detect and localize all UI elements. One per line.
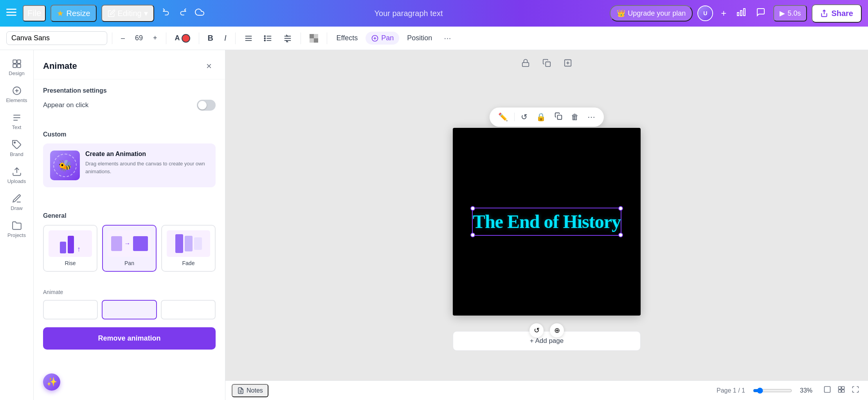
svg-rect-31 <box>522 63 529 66</box>
sidebar-item-projects[interactable]: Projects <box>1 217 32 242</box>
mini-card-2[interactable] <box>102 300 157 319</box>
sidebar-item-draw[interactable]: Draw <box>1 190 32 215</box>
canvas-toolbar <box>518 50 575 78</box>
fade-preview <box>167 230 210 257</box>
create-animation-card[interactable]: 🐝 Create an Animation Drag elements arou… <box>43 143 216 187</box>
create-animation-desc: Drag elements around the canvas to creat… <box>85 160 209 175</box>
edit-float-button[interactable]: ✏️ <box>496 111 510 123</box>
fullscreen-button[interactable] <box>849 383 862 398</box>
animation-thumbnail: 🐝 <box>50 151 80 180</box>
animation-fade-card[interactable]: Fade <box>161 225 216 272</box>
svg-rect-41 <box>842 387 845 389</box>
cloud-save-icon[interactable] <box>192 4 207 22</box>
duplicate-float-button[interactable] <box>552 111 565 124</box>
zoom-slider[interactable] <box>753 387 792 394</box>
bullet-list-button[interactable] <box>260 32 276 45</box>
lock-float-button[interactable]: 🔒 <box>534 111 548 123</box>
rise-label: Rise <box>65 260 76 266</box>
left-sidebar: Design Elements Text Brand Uploads Draw … <box>0 50 34 400</box>
svg-rect-27 <box>17 64 21 68</box>
sidebar-item-uploads[interactable]: Uploads <box>1 163 32 188</box>
pan-animation-button[interactable]: Pan <box>366 32 399 45</box>
font-family-selector[interactable] <box>6 31 107 45</box>
position-button[interactable]: Position <box>402 32 437 45</box>
rotate-float-button[interactable]: ↺ <box>519 111 530 123</box>
font-size-increase-button[interactable]: + <box>149 32 161 45</box>
text-align-button[interactable] <box>240 32 257 45</box>
mini-card-1[interactable] <box>43 300 98 319</box>
single-view-button[interactable] <box>821 383 834 398</box>
zoom-percentage: 33% <box>800 387 816 394</box>
user-avatar[interactable]: U <box>697 5 713 21</box>
redo-button[interactable] <box>175 4 190 22</box>
bold-button[interactable]: B <box>204 31 217 45</box>
magic-icon: ✨ <box>47 377 57 387</box>
svg-rect-42 <box>839 390 841 393</box>
appear-on-click-toggle[interactable] <box>197 100 216 111</box>
svg-rect-39 <box>825 387 830 393</box>
sidebar-uploads-label: Uploads <box>7 178 26 184</box>
slide-canvas[interactable]: ✏️ ↺ 🔒 🗑 ⋯ <box>453 128 641 316</box>
add-collaborator-button[interactable]: + <box>718 5 729 22</box>
text-color-button[interactable]: A <box>171 32 194 45</box>
svg-rect-0 <box>6 9 16 10</box>
effects-button[interactable]: Effects <box>332 32 363 45</box>
grid-view-button[interactable] <box>835 383 848 398</box>
notes-button[interactable]: Notes <box>232 384 268 397</box>
editing-mode-button[interactable]: Editing ▾ <box>101 5 154 22</box>
animation-rise-card[interactable]: ↑ Rise <box>43 225 97 272</box>
animation-pan-card[interactable]: → Pan <box>102 225 157 272</box>
handle-top-left <box>470 206 475 211</box>
analytics-button[interactable] <box>734 5 748 22</box>
move-handle[interactable]: ⊕ <box>550 323 564 337</box>
sidebar-item-elements[interactable]: Elements <box>1 82 32 107</box>
text-color-icon: A <box>175 34 180 42</box>
rise-bar-2 <box>68 236 74 253</box>
general-section: General ↑ Rise <box>34 204 225 289</box>
magic-button[interactable]: ✨ <box>43 373 60 391</box>
float-separator <box>514 113 515 121</box>
rotate-handle[interactable]: ↺ <box>529 323 544 337</box>
copy-canvas-button[interactable] <box>539 56 554 73</box>
sidebar-item-brand[interactable]: Brand <box>1 136 32 161</box>
delete-float-button[interactable]: 🗑 <box>569 111 581 123</box>
color-indicator <box>182 34 190 43</box>
svg-rect-5 <box>737 13 739 16</box>
pan-box-main <box>133 236 148 251</box>
sidebar-item-design[interactable]: Design <box>1 55 32 80</box>
view-buttons <box>821 383 862 398</box>
notes-label: Notes <box>247 387 263 394</box>
sidebar-item-text[interactable]: Text <box>1 109 32 134</box>
svg-rect-22 <box>310 38 314 43</box>
sidebar-design-label: Design <box>9 70 24 76</box>
upgrade-plan-button[interactable]: 👑 Upgrade your plan <box>610 5 693 22</box>
rise-preview: ↑ <box>49 230 92 257</box>
custom-label: Custom <box>43 131 216 138</box>
resize-button[interactable]: ★ Resize <box>50 5 96 22</box>
lock-canvas-button[interactable] <box>518 56 533 73</box>
font-size-decrease-button[interactable]: – <box>117 32 129 45</box>
canvas-wrapper: ✏️ ↺ 🔒 🗑 ⋯ <box>225 78 868 400</box>
svg-rect-4 <box>740 11 742 16</box>
play-presentation-button[interactable]: ▶ 5.0s <box>773 5 807 22</box>
slide-headline-text[interactable]: The End of History <box>473 211 621 232</box>
share-button[interactable]: Share <box>812 4 862 23</box>
line-spacing-button[interactable] <box>279 32 296 45</box>
svg-rect-36 <box>558 115 562 119</box>
comments-button[interactable] <box>753 4 769 22</box>
file-menu-button[interactable]: File <box>23 5 46 22</box>
mini-card-3[interactable] <box>161 300 216 319</box>
hamburger-icon[interactable] <box>6 7 16 20</box>
undo-button[interactable] <box>159 4 174 22</box>
italic-button[interactable]: I <box>220 31 231 45</box>
fade-bar-3 <box>194 237 202 250</box>
more-float-button[interactable]: ⋯ <box>585 111 598 123</box>
checkerboard-button[interactable] <box>306 32 322 45</box>
more-options-button[interactable]: ··· <box>440 31 455 46</box>
create-animation-title: Create an Animation <box>85 151 209 158</box>
remove-animation-button[interactable]: Remove animation <box>43 327 216 350</box>
add-slide-button[interactable] <box>560 56 575 73</box>
close-panel-button[interactable]: × <box>202 59 216 73</box>
svg-point-14 <box>264 38 265 39</box>
font-size-value: 69 <box>132 34 146 42</box>
